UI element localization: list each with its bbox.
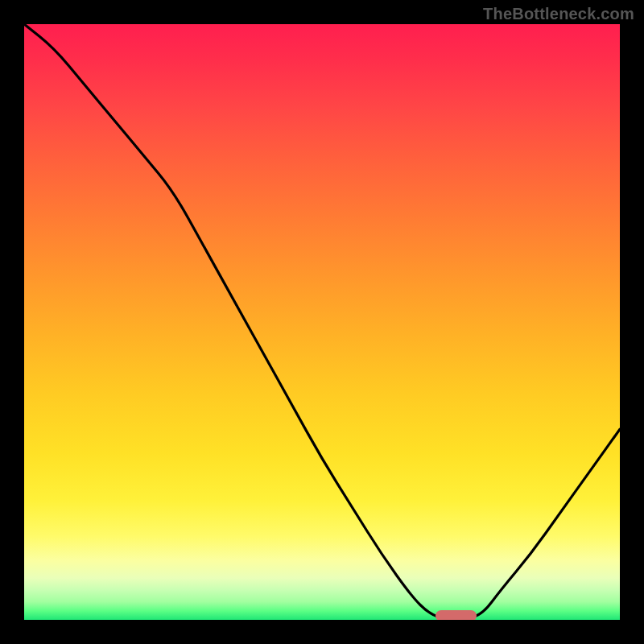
bottleneck-curve xyxy=(24,24,620,620)
plot-area xyxy=(24,24,620,620)
chart-frame: TheBottleneck.com xyxy=(0,0,644,644)
watermark-text: TheBottleneck.com xyxy=(483,5,634,23)
optimal-marker xyxy=(436,610,477,620)
curve-path xyxy=(24,24,620,620)
